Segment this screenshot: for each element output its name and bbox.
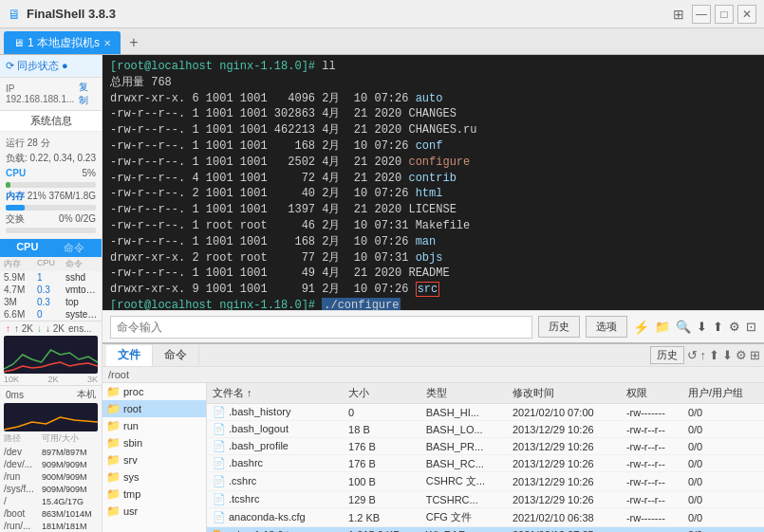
folder-icon[interactable]: 📁 — [655, 320, 670, 334]
process-row[interactable]: 3M 0.3 top — [0, 296, 102, 308]
terminal-line: 总用量 768 — [110, 75, 756, 91]
tree-item-sys[interactable]: 📁 sys — [102, 468, 206, 486]
terminal-current-command: [root@localhost nginx-1.18.0]# ./configu… — [110, 298, 756, 310]
terminal[interactable]: [root@localhost nginx-1.18.0]# ll 总用量 76… — [102, 55, 764, 310]
maximize-button[interactable]: □ — [715, 5, 734, 24]
terminal-line: -rw-r--r--. 1 1001 1001 302863 4月 21 202… — [110, 106, 756, 122]
bottom-history-btn[interactable]: 历史 — [650, 346, 684, 364]
disk-machine: 本机 — [77, 388, 96, 401]
file-perm: -rw-r--r-- — [621, 438, 682, 455]
sysinfo-button[interactable]: 系统信息 — [0, 111, 102, 132]
file-name: 📄.tcshrc — [207, 491, 343, 508]
file-name: 📄.bash_profile — [207, 438, 343, 455]
copy-button[interactable]: 复制 — [79, 81, 96, 107]
col-filename[interactable]: 文件名 ↑ — [207, 383, 343, 404]
file-modified: 2013/12/29 10:26 — [507, 491, 621, 508]
disk-header-row: 路径 可用/大小 — [0, 431, 102, 446]
file-row[interactable]: 📄.cshrc 100 B CSHRC 文... 2013/12/29 10:2… — [207, 472, 764, 491]
terminal-line: -rw-r--r--. 1 root root 46 2月 10 07:31 M… — [110, 218, 756, 234]
file-owner: 0/0 — [682, 508, 764, 527]
bottom-refresh-icon[interactable]: ↺ — [687, 348, 698, 362]
swap-label: 交换 — [6, 211, 25, 227]
bottom-download-icon[interactable]: ⬇ — [722, 348, 733, 362]
file-size: 18 B — [343, 421, 420, 438]
file-row[interactable]: 📄.tcshrc 129 B TCSHRC... 2013/12/29 10:2… — [207, 491, 764, 508]
file-row[interactable]: 📄.bash_history 0 BASH_HI... 2021/02/10 0… — [207, 404, 764, 421]
disk-label: 0ms — [6, 390, 24, 400]
download-icon[interactable]: ⬇ — [697, 320, 707, 334]
file-row[interactable]: 📄.bashrc 176 B BASH_RC... 2013/12/29 10:… — [207, 455, 764, 472]
col-perm[interactable]: 权限 — [621, 383, 682, 404]
col-owner[interactable]: 用户/用户组 — [682, 383, 764, 404]
sidebar: ⟳ 同步状态 ● IP 192.168.188.1... 复制 系统信息 运行 … — [0, 55, 102, 532]
process-row[interactable]: 5.9M 1 sshd — [0, 271, 102, 284]
col-type[interactable]: 类型 — [420, 383, 507, 404]
tab-icon: 🖥 — [13, 37, 24, 48]
history-button[interactable]: 历史 — [538, 316, 580, 338]
col-size[interactable]: 大小 — [343, 383, 420, 404]
mem-value: 21% 376M/1.8G — [28, 189, 96, 204]
file-size: 1.2 KB — [343, 508, 420, 527]
tree-item-srv[interactable]: 📁 srv — [102, 451, 206, 468]
process-tab-cmd[interactable]: 命令 — [53, 241, 97, 255]
terminal-line: drwxr-xr-x. 9 1001 1001 91 2月 10 07:26 s… — [110, 282, 756, 298]
tree-item-proc[interactable]: 📁 proc — [102, 383, 206, 400]
close-button[interactable]: ✕ — [737, 5, 756, 24]
network-section: ↑ ↑ 2K ↓ ↓ 2K ens... 10K2K3K — [0, 321, 102, 385]
folder-icon: 📁 — [106, 470, 121, 484]
col-modified[interactable]: 修改时间 — [507, 383, 621, 404]
disk-row: /run/... 181M/181M — [0, 520, 102, 532]
ip-text: IP 192.168.188.1... — [6, 83, 77, 104]
search-icon[interactable]: 🔍 — [676, 320, 691, 334]
file-size: 176 B — [343, 438, 420, 455]
swap-value: 0% 0/2G — [59, 211, 96, 227]
tree-item-tmp[interactable]: 📁 tmp — [102, 486, 206, 503]
options-button[interactable]: 选项 — [586, 316, 627, 338]
file-type: BASH_RC... — [420, 455, 507, 472]
tab-files[interactable]: 文件 — [106, 345, 153, 366]
bottom-upload-icon[interactable]: ⬆ — [709, 348, 719, 362]
tree-item-root[interactable]: 📁 root — [102, 400, 206, 417]
expand-icon[interactable]: ⊡ — [746, 320, 756, 334]
bottom-up-icon[interactable]: ↑ — [700, 348, 707, 362]
file-size: 100 B — [343, 472, 420, 491]
file-row[interactable]: 📄.bash_profile 176 B BASH_PR... 2013/12/… — [207, 438, 764, 455]
settings-icon[interactable]: ⚙ — [729, 320, 740, 334]
file-size: 129 B — [343, 491, 420, 508]
file-row[interactable]: 📄.bash_logout 18 B BASH_LO... 2013/12/29… — [207, 421, 764, 438]
bottom-grid-icon[interactable]: ⊞ — [750, 348, 760, 362]
file-owner: 0/0 — [682, 404, 764, 421]
main-container: ⟳ 同步状态 ● IP 192.168.188.1... 复制 系统信息 运行 … — [0, 55, 764, 532]
tab-close-icon[interactable]: ✕ — [103, 38, 111, 48]
file-modified: 2021/02/10 06:38 — [507, 508, 621, 527]
process-row[interactable]: 6.6M 0 systemd — [0, 308, 102, 321]
file-perm: -rw-r--r-- — [621, 491, 682, 508]
sync-status[interactable]: ⟳ 同步状态 ● — [0, 55, 102, 78]
disk-row: /sys/f... 909M/909M — [0, 483, 102, 495]
grid-icon[interactable]: ⊞ — [673, 7, 684, 22]
uptime-label: 运行 28 分 — [6, 136, 50, 151]
file-perm: -rw------- — [621, 508, 682, 527]
process-row[interactable]: 4.7M 0.3 vmtools — [0, 284, 102, 296]
tree-item-run[interactable]: 📁 run — [102, 417, 206, 434]
file-row[interactable]: 📄anaconda-ks.cfg 1.2 KB CFG 文件 2021/02/1… — [207, 508, 764, 527]
tree-item-sbin[interactable]: 📁 sbin — [102, 434, 206, 451]
tab-local-vm[interactable]: 🖥 1 本地虚拟机s ✕ — [4, 31, 121, 54]
disk-row: / 15.4G/17G — [0, 495, 102, 507]
tab-add-button[interactable]: + — [122, 31, 145, 54]
upload-icon[interactable]: ⬆ — [713, 320, 723, 334]
process-tab-cpu[interactable]: CPU — [6, 241, 49, 255]
file-name: 📄.bashrc — [207, 455, 343, 472]
command-input[interactable] — [110, 316, 532, 339]
process-table: 内存 CPU 命令 5.9M 1 sshd 4.7M 0.3 vmtools 3… — [0, 257, 102, 321]
bolt-icon[interactable]: ⚡ — [633, 320, 649, 335]
file-row[interactable]: 🗜nginx-1.18.0.tar.gz 1,015.2 KB WinRAR..… — [207, 527, 764, 533]
file-owner: 0/0 — [682, 491, 764, 508]
tab-commands[interactable]: 命令 — [153, 345, 199, 365]
file-name: 📄.bash_history — [207, 404, 343, 421]
file-perm: -rw-r--r-- — [621, 421, 682, 438]
terminal-line: -rw-r--r--. 1 1001 1001 168 2月 10 07:26 … — [110, 138, 756, 155]
tree-item-usr[interactable]: 📁 usr — [102, 503, 206, 520]
minimize-button[interactable]: — — [692, 5, 711, 24]
bottom-settings-icon[interactable]: ⚙ — [736, 348, 747, 362]
